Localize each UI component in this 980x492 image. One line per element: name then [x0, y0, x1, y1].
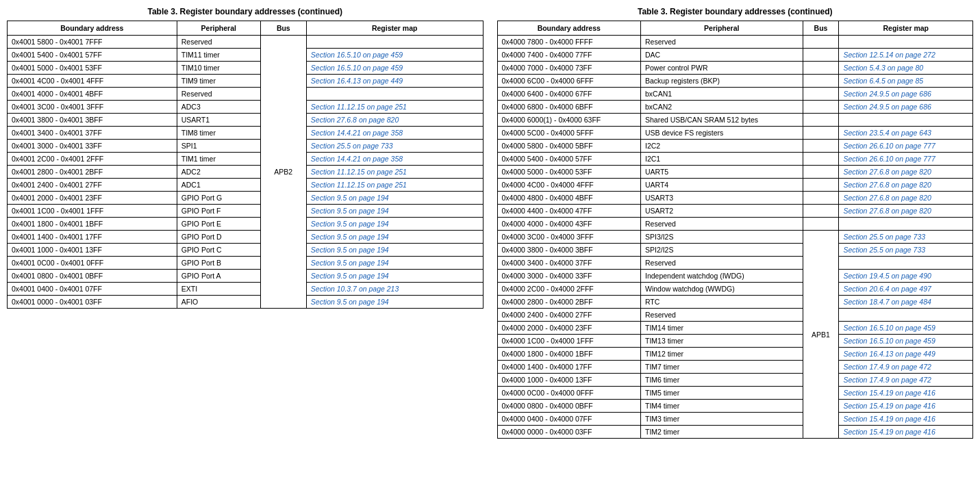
peripheral-name: Reserved: [640, 257, 803, 270]
register-map-link[interactable]: Section 24.9.5 on page 686: [839, 88, 973, 101]
register-map-link[interactable]: Section 17.4.9 on page 472: [839, 361, 973, 374]
register-map-link[interactable]: Section 9.5 on page 194: [306, 218, 483, 231]
boundary-address: 0x4000 1400 - 0x4000 17FF: [497, 361, 640, 374]
register-map-link[interactable]: Section 27.6.8 on page 820: [839, 166, 973, 179]
register-map-link[interactable]: Section 16.5.10 on page 459: [839, 335, 973, 348]
boundary-address: 0x4000 4000 - 0x4000 43FF: [497, 218, 640, 231]
register-map-link[interactable]: Section 14.4.21 on page 358: [306, 153, 483, 166]
register-map-link[interactable]: Section 6.4.5 on page 85: [839, 75, 973, 88]
register-map-link[interactable]: Section 9.5 on page 194: [306, 205, 483, 218]
register-map-link[interactable]: Section 27.6.8 on page 820: [839, 179, 973, 192]
register-map-link[interactable]: Section 9.5 on page 194: [306, 192, 483, 205]
boundary-address: 0x4001 3C00 - 0x4001 3FFF: [8, 101, 177, 114]
register-map-link[interactable]: Section 15.4.19 on page 416: [839, 413, 973, 426]
register-map-link[interactable]: Section 5.4.3 on page 80: [839, 62, 973, 75]
left-col-boundary: Boundary address: [8, 21, 177, 36]
boundary-address: 0x4000 7800 - 0x4000 FFFF: [497, 36, 640, 49]
register-map-link[interactable]: Section 24.9.5 on page 686: [839, 101, 973, 114]
register-map-link[interactable]: Section 11.12.15 on page 251: [306, 166, 483, 179]
page-container: Table 3. Register boundary addresses (co…: [7, 7, 973, 439]
boundary-address: 0x4000 4C00 - 0x4000 4FFF: [497, 179, 640, 192]
register-map-link[interactable]: Section 18.4.7 on page 484: [839, 296, 973, 309]
table-row: 0x4000 5000 - 0x4000 53FFUART5Section 27…: [497, 166, 973, 179]
boundary-address: 0x4001 2C00 - 0x4001 2FFF: [8, 153, 177, 166]
register-map-link[interactable]: Section 16.5.10 on page 459: [839, 322, 973, 335]
register-map-link[interactable]: Section 16.5.10 on page 459: [306, 62, 483, 75]
boundary-address: 0x4001 4000 - 0x4001 4BFF: [8, 88, 177, 101]
bus-empty: [803, 205, 839, 218]
register-map-link[interactable]: Section 27.6.8 on page 820: [306, 114, 483, 127]
register-map-link[interactable]: Section 15.4.19 on page 416: [839, 400, 973, 413]
register-map-link[interactable]: Section 15.4.19 on page 416: [839, 426, 973, 439]
table-row: 0x4001 5000 - 0x4001 53FFTIM10 timerSect…: [8, 62, 483, 75]
register-map-link[interactable]: Section 9.5 on page 194: [306, 231, 483, 244]
peripheral-name: TIM12 timer: [640, 348, 803, 361]
peripheral-name: TIM14 timer: [640, 322, 803, 335]
table-row: 0x4000 6400 - 0x4000 67FFbxCAN1Section 2…: [497, 88, 973, 101]
register-map-link[interactable]: Section 16.5.10 on page 459: [306, 49, 483, 62]
table-row: 0x4000 3800 - 0x4000 3BFFSPI2/I2SSection…: [497, 244, 973, 257]
register-map-link: [306, 88, 483, 101]
peripheral-name: Power control PWR: [640, 62, 803, 75]
register-map-link: [839, 36, 973, 49]
register-map-link[interactable]: Section 26.6.10 on page 777: [839, 153, 973, 166]
peripheral-name: EXTI: [177, 283, 260, 296]
peripheral-name: TIM4 timer: [640, 400, 803, 413]
peripheral-name: TIM6 timer: [640, 374, 803, 387]
peripheral-name: Shared USB/CAN SRAM 512 bytes: [640, 114, 803, 127]
table-row: 0x4001 1400 - 0x4001 17FFGPIO Port DSect…: [8, 231, 483, 244]
bus-empty: [803, 36, 839, 49]
boundary-address: 0x4000 0000 - 0x4000 03FF: [497, 426, 640, 439]
table-row: 0x4000 3400 - 0x4000 37FFReserved: [497, 257, 973, 270]
table-row: 0x4000 2000 - 0x4000 23FFTIM14 timerSect…: [497, 322, 973, 335]
boundary-address: 0x4000 0C00 - 0x4000 0FFF: [497, 387, 640, 400]
register-map-link[interactable]: Section 9.5 on page 194: [306, 257, 483, 270]
bus-empty: [803, 192, 839, 205]
register-map-link[interactable]: Section 20.6.4 on page 497: [839, 283, 973, 296]
register-map-link[interactable]: Section 27.6.8 on page 820: [839, 192, 973, 205]
register-map-link[interactable]: Section 9.5 on page 194: [306, 296, 483, 309]
register-map-link[interactable]: Section 16.4.13 on page 449: [839, 348, 973, 361]
peripheral-name: DAC: [640, 49, 803, 62]
right-col-boundary: Boundary address: [497, 21, 640, 36]
table-row: 0x4000 4400 - 0x4000 47FFUSART2Section 2…: [497, 205, 973, 218]
register-map-link[interactable]: Section 25.5 on page 733: [839, 244, 973, 257]
register-map-link[interactable]: Section 27.6.8 on page 820: [839, 205, 973, 218]
peripheral-name: SPI1: [177, 140, 260, 153]
register-map-link[interactable]: Section 12.5.14 on page 272: [839, 49, 973, 62]
table-row: 0x4000 1000 - 0x4000 13FFTIM6 timerSecti…: [497, 374, 973, 387]
table-row: 0x4001 3400 - 0x4001 37FFTIM8 timerSecti…: [8, 127, 483, 140]
table-row: 0x4000 2C00 - 0x4000 2FFFWindow watchdog…: [497, 283, 973, 296]
register-map-link[interactable]: Section 19.4.5 on page 490: [839, 270, 973, 283]
peripheral-name: TIM13 timer: [640, 335, 803, 348]
register-map-link[interactable]: Section 23.5.4 on page 643: [839, 127, 973, 140]
right-table-section: Table 3. Register boundary addresses (co…: [497, 7, 974, 439]
register-map-link[interactable]: Section 25.5 on page 733: [839, 231, 973, 244]
right-col-bus: Bus: [803, 21, 839, 36]
register-map-link[interactable]: Section 9.5 on page 194: [306, 270, 483, 283]
boundary-address: 0x4001 5800 - 0x4001 7FFF: [8, 36, 177, 49]
register-map-link[interactable]: Section 14.4.21 on page 358: [306, 127, 483, 140]
boundary-address: 0x4000 5800 - 0x4000 5BFF: [497, 140, 640, 153]
boundary-address: 0x4001 2400 - 0x4001 27FF: [8, 179, 177, 192]
boundary-address: 0x4001 1800 - 0x4001 1BFF: [8, 218, 177, 231]
register-map-link[interactable]: Section 17.4.9 on page 472: [839, 374, 973, 387]
boundary-address: 0x4001 1400 - 0x4001 17FF: [8, 231, 177, 244]
register-map-link[interactable]: Section 25.5 on page 733: [306, 140, 483, 153]
register-map-link[interactable]: Section 11.12.15 on page 251: [306, 101, 483, 114]
boundary-address: 0x4001 0000 - 0x4001 03FF: [8, 296, 177, 309]
register-map-link[interactable]: Section 9.5 on page 194: [306, 244, 483, 257]
register-map-link[interactable]: Section 15.4.19 on page 416: [839, 387, 973, 400]
peripheral-name: Reserved: [640, 36, 803, 49]
register-map-link: [839, 309, 973, 322]
register-map-link[interactable]: Section 10.3.7 on page 213: [306, 283, 483, 296]
peripheral-name: SPI2/I2S: [640, 244, 803, 257]
register-map-link[interactable]: Section 26.6.10 on page 777: [839, 140, 973, 153]
peripheral-name: TIM3 timer: [640, 413, 803, 426]
register-map-link[interactable]: Section 11.12.15 on page 251: [306, 179, 483, 192]
bus-empty: [803, 88, 839, 101]
register-map-link[interactable]: Section 16.4.13 on page 449: [306, 75, 483, 88]
bus-empty: [803, 75, 839, 88]
table-row: 0x4000 6800 - 0x4000 6BFFbxCAN2Section 2…: [497, 101, 973, 114]
boundary-address: 0x4000 0400 - 0x4000 07FF: [497, 413, 640, 426]
